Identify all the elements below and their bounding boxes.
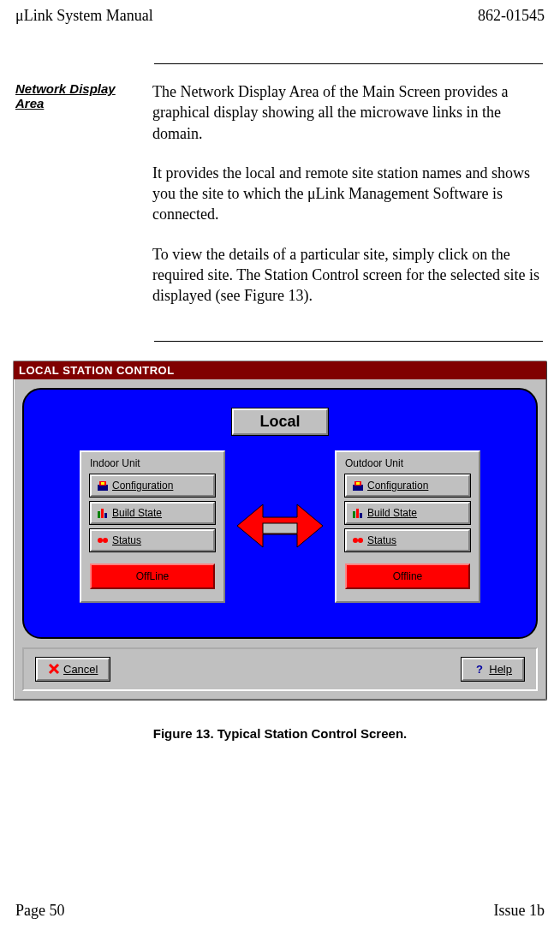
help-label: Help [489,663,512,676]
outdoor-unit-panel: Outdoor Unit Configuration Build State [335,450,480,603]
link-arrow-icon [237,494,323,558]
cancel-icon [48,663,60,675]
paragraph-3: To view the details of a particular site… [152,244,545,307]
issue-label: Issue 1b [494,902,545,920]
paragraph-2: It provides the local and remote site st… [152,163,545,225]
indoor-build-label: Build State [112,507,162,519]
doc-title-left: μLink System Manual [15,7,153,25]
status-icon [352,534,364,546]
window-titlebar: LOCAL STATION CONTROL [14,361,546,379]
svg-rect-5 [104,513,107,518]
indoor-configuration-label: Configuration [112,480,173,492]
divider-top [154,63,543,64]
svg-rect-12 [356,482,360,485]
svg-rect-0 [98,485,108,491]
local-label: Local [232,408,327,435]
bottom-bar: Cancel ? Help [22,647,538,691]
svg-rect-13 [353,511,355,518]
help-icon: ? [474,663,486,675]
svg-rect-9 [263,523,297,534]
svg-point-7 [103,538,108,543]
outdoor-status-button[interactable]: Status [345,529,470,551]
build-icon [352,507,364,519]
configuration-icon [97,480,109,492]
divider-bottom [154,341,543,342]
svg-rect-14 [356,509,359,518]
indoor-state: OffLine [90,563,215,589]
status-icon [97,534,109,546]
figure-caption: Figure 13. Typical Station Control Scree… [0,726,560,741]
build-icon [97,507,109,519]
outdoor-configuration-button[interactable]: Configuration [345,474,470,497]
cancel-button[interactable]: Cancel [36,658,110,681]
svg-point-17 [358,538,363,543]
page-number: Page 50 [15,902,65,920]
indoor-status-button[interactable]: Status [90,529,215,551]
paragraph-1: The Network Display Area of the Main Scr… [152,81,545,144]
outdoor-state: Offline [345,563,470,589]
cancel-label: Cancel [63,663,98,676]
indoor-status-label: Status [112,534,141,546]
outdoor-configuration-label: Configuration [367,480,428,492]
outdoor-build-button[interactable]: Build State [345,502,470,524]
help-button[interactable]: ? Help [462,658,524,681]
svg-text:?: ? [476,663,483,675]
indoor-build-button[interactable]: Build State [90,502,215,524]
svg-rect-10 [353,485,363,491]
svg-point-16 [353,538,358,543]
indoor-configuration-button[interactable]: Configuration [90,474,215,497]
outdoor-title: Outdoor Unit [345,457,470,469]
station-control-window: LOCAL STATION CONTROL Local Indoor Unit … [13,361,547,700]
svg-point-6 [98,538,103,543]
svg-rect-2 [101,482,104,485]
svg-rect-4 [101,509,104,518]
configuration-icon [352,480,364,492]
outdoor-status-label: Status [367,534,396,546]
outdoor-build-label: Build State [367,507,417,519]
section-heading: Network Display Area [15,81,152,325]
indoor-title: Indoor Unit [90,457,215,469]
svg-rect-3 [98,511,100,518]
doc-title-right: 862-01545 [478,7,545,25]
indoor-unit-panel: Indoor Unit Configuration Build State [80,450,225,603]
svg-rect-15 [360,513,362,518]
main-panel: Local Indoor Unit Configuration Bui [22,388,538,639]
